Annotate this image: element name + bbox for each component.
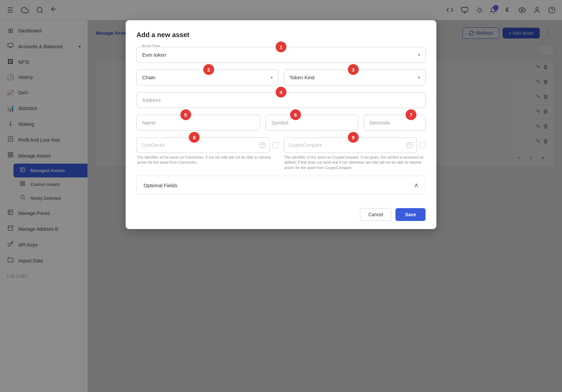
chain-tokenkind-row: 2 3 Chain Token Kind <box>136 69 426 85</box>
modal-title: Add a new asset <box>136 31 426 39</box>
cryptocompare-wrapper: ? The identifier of the asset on CryptoC… <box>284 137 426 170</box>
address-group: 4 <box>136 92 426 108</box>
decimals-input[interactable] <box>364 115 426 131</box>
save-button[interactable]: Save <box>395 208 426 221</box>
optional-label: Optional Fields <box>144 183 177 188</box>
coingecko-input[interactable] <box>136 137 270 153</box>
coingecko-hint: The identifier of the asset on CoinGecko… <box>136 155 278 165</box>
asset-type-group: 1 Asset Type Evm token <box>136 47 426 63</box>
price-providers-row: 8 9 ? The identifier of the asset on Coi… <box>136 137 426 170</box>
coingecko-checkbox[interactable] <box>272 142 278 148</box>
cancel-button[interactable]: Cancel <box>360 208 392 221</box>
cryptocompare-hint: The identifier of the asset on CryptoCom… <box>284 155 426 170</box>
optional-chevron-up-icon: ∧ <box>414 181 418 189</box>
optional-header[interactable]: Optional Fields ∧ <box>137 176 425 194</box>
cryptocompare-help-icon[interactable]: ? <box>407 142 413 148</box>
modal-footer: Cancel Save <box>136 201 426 229</box>
asset-type-field: Asset Type Evm token <box>136 47 426 63</box>
coingecko-wrapper: ? The identifier of the asset on CoinGec… <box>136 137 278 170</box>
symbol-field <box>265 115 358 131</box>
cryptocompare-checkbox[interactable] <box>419 142 426 148</box>
name-input[interactable] <box>136 115 260 131</box>
add-asset-modal: Add a new asset 1 Asset Type Evm token 2… <box>126 20 436 229</box>
optional-section: Optional Fields ∧ <box>136 176 426 195</box>
cryptocompare-input-container: ? <box>284 137 417 153</box>
chain-select-wrapper: Chain <box>136 69 278 85</box>
decimals-field <box>364 115 426 131</box>
coingecko-input-row: ? <box>136 137 278 153</box>
modal-overlay[interactable]: Add a new asset 1 Asset Type Evm token 2… <box>0 0 562 392</box>
cryptocompare-input[interactable] <box>284 137 417 153</box>
address-input[interactable] <box>136 92 426 108</box>
token-kind-select[interactable]: Token Kind <box>284 69 426 85</box>
asset-type-select[interactable]: Evm token <box>136 47 426 63</box>
asset-type-select-wrapper: Evm token <box>136 47 426 63</box>
coingecko-input-container: ? <box>136 137 270 153</box>
symbol-input[interactable] <box>265 115 358 131</box>
chain-select[interactable]: Chain <box>136 69 278 85</box>
token-kind-select-wrapper: Token Kind <box>284 69 426 85</box>
cryptocompare-input-row: ? <box>284 137 426 153</box>
name-field <box>136 115 260 131</box>
chain-field: Chain <box>136 69 278 85</box>
token-kind-field: Token Kind <box>284 69 426 85</box>
coingecko-help-icon[interactable]: ? <box>259 142 265 148</box>
name-symbol-decimals-row: 5 6 7 <box>136 115 426 131</box>
